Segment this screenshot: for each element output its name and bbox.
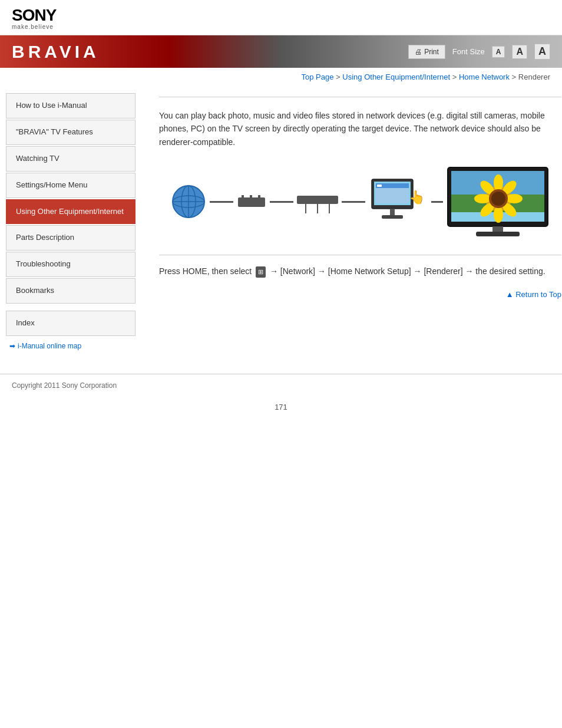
steps-arrow1: →	[270, 266, 278, 276]
arrow-icon: ➡	[9, 342, 15, 350]
breadcrumb-top[interactable]: Top Page	[302, 73, 334, 81]
steps-prefix: Press HOME, then select	[159, 266, 252, 276]
banner-controls: 🖨 Print Font Size A A A	[408, 44, 550, 60]
sidebar-item-index[interactable]: Index	[6, 311, 135, 336]
svg-rect-36	[476, 232, 520, 236]
font-large-button[interactable]: A	[534, 44, 550, 60]
header: SONY make.believe	[0, 0, 562, 35]
return-to-top: ▲ Return to Top	[159, 290, 561, 299]
description-text: You can play back photo, music and video…	[159, 109, 561, 149]
svg-point-25	[494, 174, 503, 191]
svg-point-31	[474, 194, 491, 203]
steps-renderer: [Renderer]	[424, 266, 462, 276]
top-divider	[159, 97, 561, 97]
pc-illustration: 👆	[369, 178, 422, 225]
sidebar-item-using-other[interactable]: Using Other Equipment/Internet	[6, 199, 135, 225]
steps-arrow4: →	[465, 266, 473, 276]
router-icon	[237, 193, 266, 210]
breadcrumb-home-network[interactable]: Home Network	[459, 73, 510, 81]
steps-arrow2: →	[318, 266, 326, 276]
sidebar-item-settings[interactable]: Settings/Home Menu	[6, 173, 135, 198]
svg-rect-17	[377, 185, 382, 187]
svg-rect-7	[250, 195, 252, 200]
connector-2	[270, 201, 293, 203]
steps-arrow3: →	[413, 266, 421, 276]
svg-rect-18	[390, 209, 395, 216]
sidebar-item-watching-tv[interactable]: Watching TV	[6, 146, 135, 172]
sony-logo: SONY	[12, 7, 550, 24]
cursor-icon: 👆	[409, 190, 425, 205]
sidebar-item-troubleshooting[interactable]: Troubleshooting	[6, 252, 135, 277]
sidebar-item-how-to-use[interactable]: How to Use i-Manual	[6, 93, 135, 118]
network-diagram: 👆	[159, 160, 561, 243]
breadcrumb-current: Renderer	[518, 73, 550, 81]
steps-divider	[159, 255, 561, 255]
font-small-button[interactable]: A	[492, 46, 505, 58]
steps-text: Press HOME, then select ⊞ → [Network] → …	[159, 265, 561, 278]
bravia-banner: BRAVIA 🖨 Print Font Size A A A	[0, 35, 562, 68]
sidebar-item-bravia-features[interactable]: "BRAVIA" TV Features	[6, 120, 135, 145]
svg-rect-6	[242, 195, 244, 200]
steps-desired: the desired setting.	[475, 266, 545, 276]
svg-rect-35	[492, 226, 503, 232]
svg-rect-9	[297, 196, 338, 204]
svg-rect-19	[382, 215, 403, 219]
breadcrumb-using-other[interactable]: Using Other Equipment/Internet	[342, 73, 450, 81]
sony-tagline: make.believe	[12, 24, 550, 30]
return-arrow-icon: ▲	[506, 290, 514, 299]
main-layout: How to Use i-Manual "BRAVIA" TV Features…	[0, 86, 562, 362]
content-area: You can play back photo, music and video…	[141, 86, 562, 362]
tv-icon	[447, 166, 550, 237]
print-icon: 🖨	[415, 48, 422, 56]
breadcrumb-sep1: >	[336, 73, 342, 81]
font-size-label: Font Size	[452, 47, 485, 56]
page-number: 171	[0, 397, 562, 417]
font-medium-button[interactable]: A	[512, 45, 527, 59]
svg-point-27	[506, 194, 523, 203]
print-label: Print	[424, 48, 439, 56]
home-menu-icon: ⊞	[256, 266, 266, 278]
svg-rect-8	[258, 195, 260, 200]
globe-icon	[171, 184, 206, 219]
print-button[interactable]: 🖨 Print	[408, 45, 445, 59]
return-to-top-label: Return to Top	[515, 290, 561, 299]
bravia-title: BRAVIA	[12, 42, 100, 62]
online-map-link[interactable]: ➡ i-Manual online map	[9, 342, 132, 350]
steps-network: [Network]	[280, 266, 315, 276]
breadcrumb-sep2: >	[452, 73, 459, 81]
online-map-label: i-Manual online map	[18, 342, 81, 350]
sidebar: How to Use i-Manual "BRAVIA" TV Features…	[0, 86, 141, 362]
return-to-top-link[interactable]: ▲ Return to Top	[506, 290, 561, 299]
svg-point-34	[491, 192, 505, 206]
copyright-text: Copyright 2011 Sony Corporation	[12, 381, 117, 390]
steps-home-network-setup: [Home Network Setup]	[328, 266, 411, 276]
sidebar-item-parts[interactable]: Parts Description	[6, 225, 135, 251]
connector-4	[431, 201, 443, 203]
hub-icon	[297, 190, 338, 213]
sidebar-item-bookmarks[interactable]: Bookmarks	[6, 278, 135, 304]
footer: Copyright 2011 Sony Corporation	[0, 374, 562, 397]
connector-1	[210, 201, 233, 203]
svg-point-29	[494, 206, 503, 223]
breadcrumb-sep3: >	[512, 73, 518, 81]
connector-3	[342, 201, 365, 203]
breadcrumb: Top Page > Using Other Equipment/Interne…	[0, 68, 562, 86]
tv-illustration	[447, 166, 550, 237]
